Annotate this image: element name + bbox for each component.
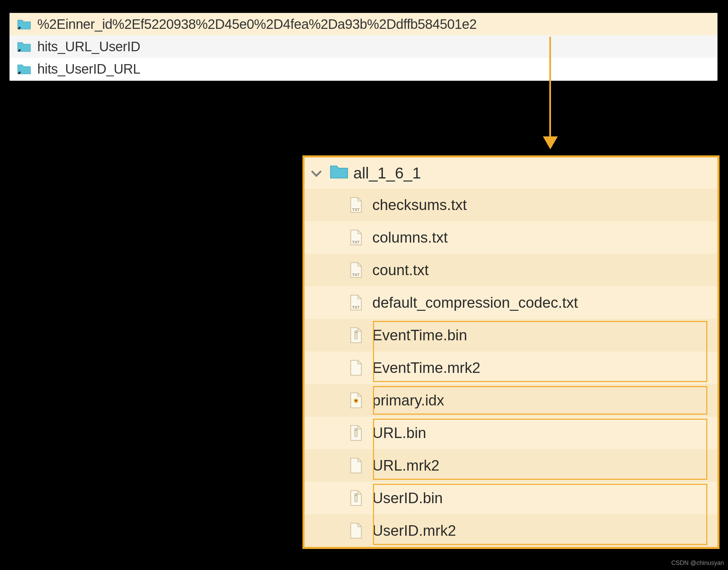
bin-file-icon — [304, 327, 372, 344]
file-icon — [304, 359, 372, 376]
top-folder-list: %2Einner_id%2Ef5220938%2D45e0%2D4fea%2Da… — [9, 13, 717, 81]
txt-file-icon — [304, 294, 372, 311]
file-rows: checksums.txtcolumns.txtcount.txtdefault… — [304, 189, 717, 547]
folder-header-label: all_1_6_1 — [353, 164, 421, 182]
file-row[interactable]: columns.txt — [304, 221, 717, 254]
file-row[interactable]: count.txt — [304, 254, 717, 286]
folder-label: %2Einner_id%2Ef5220938%2D45e0%2D4fea%2Da… — [37, 17, 477, 32]
bin-file-icon — [304, 490, 372, 507]
file-row[interactable]: EventTime.mrk2 — [304, 352, 717, 384]
file-label: URL.mrk2 — [372, 457, 439, 474]
folder-row[interactable]: %2Einner_id%2Ef5220938%2D45e0%2D4fea%2Da… — [9, 13, 717, 35]
arrow-head-icon — [543, 136, 558, 149]
folder-shortcut-icon — [9, 63, 37, 75]
idx-file-icon — [304, 392, 372, 409]
file-row[interactable]: URL.mrk2 — [304, 449, 717, 482]
file-label: UserID.bin — [372, 490, 443, 507]
file-row[interactable]: checksums.txt — [304, 189, 717, 221]
file-label: EventTime.mrk2 — [372, 359, 480, 376]
file-label: checksums.txt — [372, 196, 467, 213]
txt-file-icon — [304, 229, 372, 246]
file-row[interactable]: URL.bin — [304, 417, 717, 449]
folder-label: hits_URL_UserID — [37, 39, 140, 54]
file-icon — [304, 522, 372, 539]
file-label: default_compression_codec.txt — [372, 294, 578, 311]
txt-file-icon — [304, 196, 372, 213]
file-label: URL.bin — [372, 424, 426, 441]
file-row[interactable]: UserID.mrk2 — [304, 514, 717, 547]
file-icon — [304, 457, 372, 474]
file-row[interactable]: default_compression_codec.txt — [304, 286, 717, 319]
chevron-down-icon — [311, 166, 321, 177]
folder-row[interactable]: hits_UserID_URL — [9, 58, 717, 80]
folder-row[interactable]: hits_URL_UserID — [9, 35, 717, 58]
file-label: count.txt — [372, 262, 429, 279]
folder-icon — [330, 163, 349, 183]
file-row[interactable]: UserID.bin — [304, 482, 717, 514]
file-row[interactable]: primary.idx — [304, 384, 717, 417]
file-label: EventTime.bin — [372, 327, 467, 344]
bin-file-icon — [304, 424, 372, 441]
txt-file-icon — [304, 262, 372, 279]
file-label: columns.txt — [372, 229, 448, 246]
arrow-icon — [549, 37, 551, 138]
folder-shortcut-icon — [9, 40, 37, 53]
folder-shortcut-icon — [9, 18, 37, 30]
watermark-text: CSDN @chinusyan — [671, 559, 724, 567]
bottom-file-tree: all_1_6_1 checksums.txtcolumns.txtcount.… — [302, 155, 720, 549]
file-row[interactable]: EventTime.bin — [304, 319, 717, 352]
folder-label: hits_UserID_URL — [37, 61, 140, 77]
tree-folder-header[interactable]: all_1_6_1 — [304, 157, 717, 189]
file-label: UserID.mrk2 — [372, 522, 456, 539]
file-label: primary.idx — [372, 392, 444, 409]
